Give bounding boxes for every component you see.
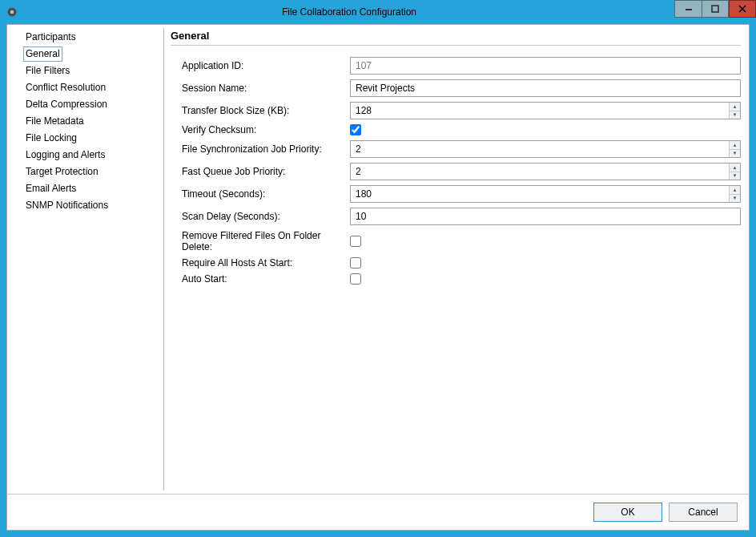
timeout-input[interactable] (350, 185, 741, 203)
require-hosts-label: Require All Hosts At Start: (182, 257, 350, 268)
cancel-button[interactable]: Cancel (669, 503, 738, 522)
sidebar-item-target-protection[interactable]: Target Protection (23, 164, 101, 180)
auto-start-label: Auto Start: (182, 273, 350, 285)
section-title: General (171, 28, 741, 46)
timeout-label: Timeout (Seconds): (182, 188, 350, 200)
auto-start-checkbox[interactable] (350, 273, 361, 285)
sync-priority-spinner[interactable]: ▲▼ (350, 140, 741, 158)
remove-filtered-checkbox[interactable] (350, 236, 361, 247)
window-title: File Collaboration Configuration (24, 6, 674, 18)
transfer-block-input[interactable] (350, 102, 741, 119)
sidebar-item-conflict-resolution[interactable]: Conflict Resolution (23, 80, 108, 95)
footer: OK Cancel (7, 495, 749, 530)
svg-rect-3 (712, 6, 718, 12)
verify-checksum-label: Verify Checksum: (182, 124, 350, 135)
window: File Collaboration Configuration Partici… (0, 0, 756, 537)
close-button[interactable] (729, 0, 756, 18)
spin-up-icon[interactable]: ▲ (729, 103, 740, 111)
ok-button[interactable]: OK (593, 503, 662, 522)
sidebar-item-logging-alerts[interactable]: Logging and Alerts (23, 147, 107, 163)
sidebar-item-file-locking[interactable]: File Locking (23, 131, 79, 146)
maximize-button[interactable] (702, 0, 729, 18)
sidebar-item-general[interactable]: General (23, 46, 62, 62)
spin-down-icon[interactable]: ▼ (729, 150, 740, 158)
spin-up-icon[interactable]: ▲ (729, 141, 740, 150)
timeout-spinner[interactable]: ▲▼ (350, 185, 741, 203)
scan-delay-input[interactable] (350, 208, 741, 225)
sync-priority-label: File Synchronization Job Priority: (182, 143, 350, 155)
spin-up-icon[interactable]: ▲ (729, 186, 740, 195)
fast-queue-spinner[interactable]: ▲▼ (350, 163, 741, 180)
spin-down-icon[interactable]: ▼ (729, 111, 740, 119)
app-icon (0, 6, 24, 18)
application-id-input (350, 57, 741, 75)
minimize-button[interactable] (674, 0, 702, 18)
general-form: Application ID: Session Name: Transfer B… (171, 57, 741, 285)
application-id-label: Application ID: (182, 60, 350, 71)
fast-queue-label: Fast Queue Job Priority: (182, 166, 350, 177)
spin-down-icon[interactable]: ▼ (729, 195, 740, 203)
sidebar-item-email-alerts[interactable]: Email Alerts (23, 181, 78, 196)
window-controls (674, 0, 756, 18)
remove-filtered-label: Remove Filtered Files On Folder Delete: (182, 230, 350, 252)
sidebar: Participants General File Filters Confli… (7, 25, 163, 494)
fast-queue-input[interactable] (350, 163, 741, 180)
spin-up-icon[interactable]: ▲ (729, 164, 740, 172)
scan-delay-label: Scan Delay (Seconds): (182, 211, 350, 222)
sync-priority-input[interactable] (350, 140, 741, 158)
transfer-block-spinner[interactable]: ▲▼ (350, 102, 741, 119)
transfer-block-label: Transfer Block Size (KB): (182, 105, 350, 116)
sidebar-item-participants[interactable]: Participants (23, 30, 78, 45)
titlebar: File Collaboration Configuration (0, 0, 756, 24)
spin-down-icon[interactable]: ▼ (729, 172, 740, 180)
sidebar-item-snmp[interactable]: SNMP Notifications (23, 198, 111, 213)
session-name-input[interactable] (350, 79, 741, 97)
sidebar-item-delta-compression[interactable]: Delta Compression (23, 97, 110, 112)
svg-point-1 (10, 10, 14, 14)
require-hosts-checkbox[interactable] (350, 257, 361, 268)
body: Participants General File Filters Confli… (7, 25, 749, 494)
client-area: Participants General File Filters Confli… (6, 24, 750, 531)
verify-checksum-checkbox[interactable] (350, 124, 361, 135)
content-pane: General Application ID: Session Name: Tr… (164, 25, 749, 494)
sidebar-item-file-filters[interactable]: File Filters (23, 63, 72, 79)
sidebar-item-file-metadata[interactable]: File Metadata (23, 114, 86, 129)
session-name-label: Session Name: (182, 83, 350, 94)
